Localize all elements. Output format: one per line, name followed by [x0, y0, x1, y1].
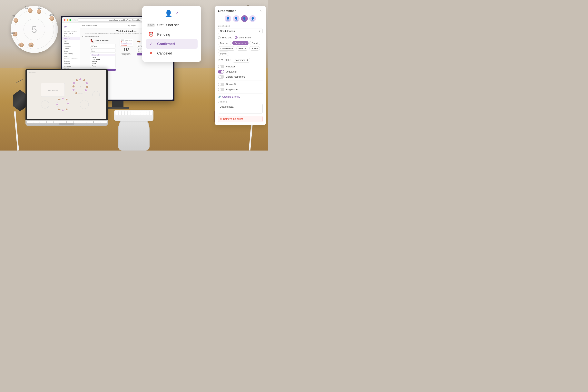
- sidebar-logo: WA: [62, 24, 80, 29]
- svg-point-17: [76, 79, 78, 82]
- dkey-3: [122, 111, 124, 113]
- name-selector[interactable]: Scott Jensen ▾: [218, 28, 263, 34]
- dkey-5: [128, 111, 130, 113]
- rsvp-mini-status-not-set[interactable]: RSVP Status not set: [121, 40, 132, 41]
- stats-area: RSVP Status not set ⏰Pending ✓Confirmed: [120, 39, 133, 71]
- dietary-toggle[interactable]: [218, 75, 224, 78]
- groom-side-radio[interactable]: Groom side: [235, 36, 251, 39]
- role-option-parent[interactable]: Parent: [91, 56, 115, 58]
- browser-dot-close[interactable]: [64, 19, 66, 21]
- sidebar-item-rsvp[interactable]: RSVP: [62, 40, 80, 42]
- religious-label: Religious: [226, 65, 236, 68]
- rsvp-mini-pending[interactable]: ⏰Pending: [121, 41, 132, 42]
- rsvp-mini-canceled[interactable]: ✕Canceled: [121, 45, 132, 46]
- svg-point-9: [83, 79, 86, 82]
- panel-close-button[interactable]: ×: [259, 9, 263, 13]
- sidebar-project-name[interactable]: Anna & Tom ▾: [62, 32, 80, 35]
- dkey-14: [118, 113, 121, 115]
- sidebar-item-website[interactable]: Website: [62, 42, 80, 45]
- rsvp-popup-header: 👤 ✓: [148, 10, 196, 17]
- svg-point-18: [62, 98, 64, 100]
- svg-point-10: [86, 82, 88, 84]
- rsvp-mini-confirmed[interactable]: ✓Confirmed: [121, 43, 132, 44]
- sidebar-item-overview[interactable]: Overview: [62, 35, 80, 37]
- browser-dot-maximize[interactable]: [70, 19, 71, 21]
- dkey-24: [150, 113, 152, 115]
- rsvp-canceled-label: Canceled: [157, 51, 172, 56]
- find-vendor-link[interactable]: Find vendor or venue: [82, 25, 97, 26]
- dkey-22: [143, 113, 146, 115]
- groom-side-radio-dot: [235, 36, 238, 39]
- rsvp-clock-icon: ⏰: [148, 31, 154, 38]
- dietary-label: Dietary restrictions: [226, 76, 245, 78]
- role-option-relative[interactable]: Relative: [91, 60, 115, 63]
- tag-best-man[interactable]: Best man: [218, 41, 231, 45]
- role-option-friend[interactable]: Friend: [91, 63, 115, 65]
- trash-icon: 🗑: [220, 118, 222, 120]
- laptop-screen-outer: Dance Area Anna & Groom 5: [26, 68, 108, 120]
- svg-text:5: 5: [80, 86, 81, 88]
- ring-bearer-toggle[interactable]: [218, 88, 224, 91]
- sidebar-item-event-itinerary[interactable]: Event Itinerary: [62, 52, 80, 55]
- religious-toggle[interactable]: [218, 65, 224, 68]
- flower-girl-toggle-knob: [218, 83, 221, 86]
- role-option-close-relative[interactable]: Close relative: [91, 58, 115, 60]
- vegetarian-toggle[interactable]: [218, 70, 224, 74]
- dkey-6: [131, 111, 134, 113]
- rsvp-checkmark-icon: ✓: [175, 11, 179, 16]
- sidebar-item-notes[interactable]: Notes: [62, 55, 80, 58]
- attach-icon: 🔗: [218, 96, 221, 98]
- sidebar-item-all-vendors[interactable]: All Vendors: [62, 65, 80, 68]
- tag-relative[interactable]: Relative: [236, 46, 248, 50]
- dkey-19: [134, 113, 137, 115]
- svg-point-23: [58, 108, 60, 110]
- attach-family-link[interactable]: 🔗 Attach to a family: [218, 96, 263, 98]
- role-option-bridesmaid[interactable]: Bridesmaid: [91, 54, 115, 56]
- seat-label-7: Grady: [28, 44, 32, 46]
- tag-partner[interactable]: Partner: [218, 52, 229, 56]
- sidebar-item-reception[interactable]: Reception: [62, 62, 80, 65]
- remove-guest-button[interactable]: 🗑 Remove this guest: [218, 116, 263, 122]
- remove-guest-label: Remove this guest: [223, 118, 243, 120]
- svg-point-11: [86, 86, 88, 88]
- sidebar-venues-section: VENUES & VENDORS: [62, 58, 80, 60]
- tag-friend[interactable]: Friend: [249, 46, 260, 50]
- advanced-mode-checkbox[interactable]: [82, 36, 84, 37]
- panel-section-label: Groomsmen: [218, 25, 263, 27]
- rsvp-status-select[interactable]: Confirmed ⇕: [233, 58, 250, 62]
- rsvp-pending-label: Pending: [157, 32, 170, 37]
- selected-name: Scott Jensen: [220, 30, 235, 32]
- rsvp-status-not-set[interactable]: RSVP Status not set: [148, 20, 196, 30]
- rsvp-select-arrow: ⇕: [246, 59, 248, 62]
- religious-toggle-knob: [218, 65, 221, 68]
- seat-number-8: 8: [56, 22, 57, 24]
- sidebar-item-guest-list[interactable]: Guest List: [62, 37, 80, 40]
- sidebar-item-ceremony[interactable]: Ceremony: [62, 60, 80, 62]
- sidebar-item-budget[interactable]: Budget: [62, 50, 80, 52]
- flower-girl-toggle[interactable]: [218, 83, 224, 86]
- flower-girl-label: Flower Girl: [226, 83, 237, 86]
- tag-groomsmen[interactable]: Groomsmen: [232, 41, 248, 45]
- dkey-4: [125, 111, 128, 113]
- tag-close-relative[interactable]: Close relative: [218, 46, 236, 50]
- dkey-12: [150, 111, 152, 113]
- bride-side-radio[interactable]: Bride side: [218, 36, 232, 39]
- monitor-base: [106, 107, 129, 108]
- role-option-partner[interactable]: Partner: [91, 65, 115, 67]
- groom-icon: 👞: [137, 39, 141, 42]
- browser-dot-minimize[interactable]: [67, 19, 68, 21]
- seat-avatar-2: [36, 9, 42, 14]
- rsvp-confirmed-icon: ✓: [148, 41, 154, 47]
- my-projects-link[interactable]: My Projects: [128, 25, 136, 26]
- rsvp-pending[interactable]: ⏰ Pending: [148, 30, 196, 39]
- rsvp-mini-dropdown[interactable]: RSVP Status not set ⏰Pending ✓Confirmed: [120, 39, 133, 47]
- comment-textarea[interactable]: Custom note.: [218, 104, 263, 114]
- rsvp-canceled[interactable]: ✕ Canceled: [148, 48, 196, 58]
- role-dropdown[interactable]: Bridesmaid Parent Close relative Relativ…: [90, 53, 116, 68]
- tag-parent[interactable]: Parent: [250, 41, 260, 45]
- project-name-text: Anna & Tom: [64, 33, 71, 34]
- flower-girl-toggle-row: Flower Girl: [218, 83, 263, 86]
- seat-label-6: Emily: [18, 44, 22, 46]
- sidebar-item-checklist[interactable]: Checklist: [62, 47, 80, 50]
- rsvp-confirmed[interactable]: ✓ Confirmed: [146, 39, 198, 48]
